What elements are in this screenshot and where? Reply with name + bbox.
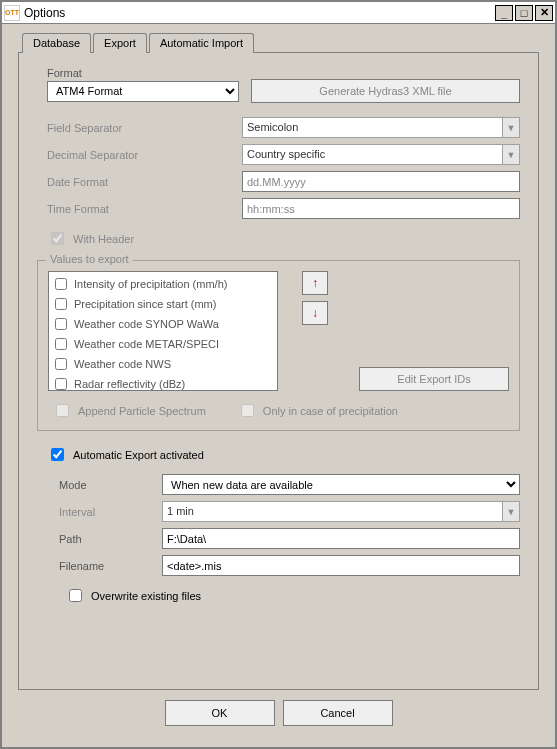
only-precipitation-label: Only in case of precipitation (263, 405, 398, 417)
list-item[interactable]: Precipitation since start (mm) (51, 294, 275, 314)
generate-xml-button[interactable]: Generate Hydras3 XML file (251, 79, 520, 103)
edit-export-ids-button[interactable]: Edit Export IDs (359, 367, 509, 391)
format-label: Format (47, 67, 520, 79)
chevron-down-icon: ▼ (502, 145, 519, 164)
move-down-button[interactable]: ↓ (302, 301, 328, 325)
maximize-button[interactable]: □ (515, 5, 533, 21)
date-format-label: Date Format (47, 176, 242, 188)
tab-automatic-import[interactable]: Automatic Import (149, 33, 254, 53)
values-to-export-legend: Values to export (46, 253, 133, 265)
time-format-input (242, 198, 520, 219)
chevron-down-icon: ▼ (502, 502, 519, 521)
format-select[interactable]: ATM4 Format (47, 81, 239, 102)
overwrite-checkbox[interactable] (69, 589, 82, 602)
filename-input[interactable] (162, 555, 520, 576)
field-separator-label: Field Separator (47, 122, 242, 134)
date-format-input (242, 171, 520, 192)
list-item[interactable]: Radar reflectivity (dBz) (51, 374, 275, 391)
with-header-label: With Header (73, 233, 134, 245)
arrow-up-icon: ↑ (312, 276, 318, 290)
interval-label: Interval (47, 506, 162, 518)
decimal-separator-select: Country specific ▼ (242, 144, 520, 165)
tab-export[interactable]: Export (93, 33, 147, 53)
with-header-checkbox (51, 232, 64, 245)
interval-select: 1 min ▼ (162, 501, 520, 522)
mode-label: Mode (47, 479, 162, 491)
list-item[interactable]: Weather code NWS (51, 354, 275, 374)
auto-export-checkbox[interactable] (51, 448, 64, 461)
values-listbox[interactable]: Intensity of precipitation (mm/h) Precip… (48, 271, 278, 391)
append-spectrum-label: Append Particle Spectrum (78, 405, 206, 417)
list-item[interactable]: Weather code SYNOP WaWa (51, 314, 275, 334)
decimal-separator-label: Decimal Separator (47, 149, 242, 161)
tab-panel-export: Format ATM4 Format Generate Hydras3 XML … (18, 52, 539, 690)
append-spectrum-checkbox (56, 404, 69, 417)
close-button[interactable]: ✕ (535, 5, 553, 21)
app-icon: OTT (4, 5, 20, 21)
time-format-label: Time Format (47, 203, 242, 215)
field-separator-select: Semicolon ▼ (242, 117, 520, 138)
tab-database[interactable]: Database (22, 33, 91, 53)
list-item[interactable]: Intensity of precipitation (mm/h) (51, 274, 275, 294)
cancel-button[interactable]: Cancel (283, 700, 393, 726)
only-precipitation-checkbox (241, 404, 254, 417)
filename-label: Filename (47, 560, 162, 572)
minimize-button[interactable]: _ (495, 5, 513, 21)
path-label: Path (47, 533, 162, 545)
titlebar: OTT Options _ □ ✕ (2, 2, 555, 24)
overwrite-label: Overwrite existing files (91, 590, 201, 602)
ok-button[interactable]: OK (165, 700, 275, 726)
window-title: Options (24, 6, 495, 20)
path-input[interactable] (162, 528, 520, 549)
list-item[interactable]: Weather code METAR/SPECI (51, 334, 275, 354)
move-up-button[interactable]: ↑ (302, 271, 328, 295)
auto-export-label: Automatic Export activated (73, 449, 204, 461)
mode-select[interactable]: When new data are available (162, 474, 520, 495)
chevron-down-icon: ▼ (502, 118, 519, 137)
arrow-down-icon: ↓ (312, 306, 318, 320)
values-to-export-group: Values to export Intensity of precipitat… (37, 260, 520, 431)
options-window: OTT Options _ □ ✕ Database Export Automa… (0, 0, 557, 749)
